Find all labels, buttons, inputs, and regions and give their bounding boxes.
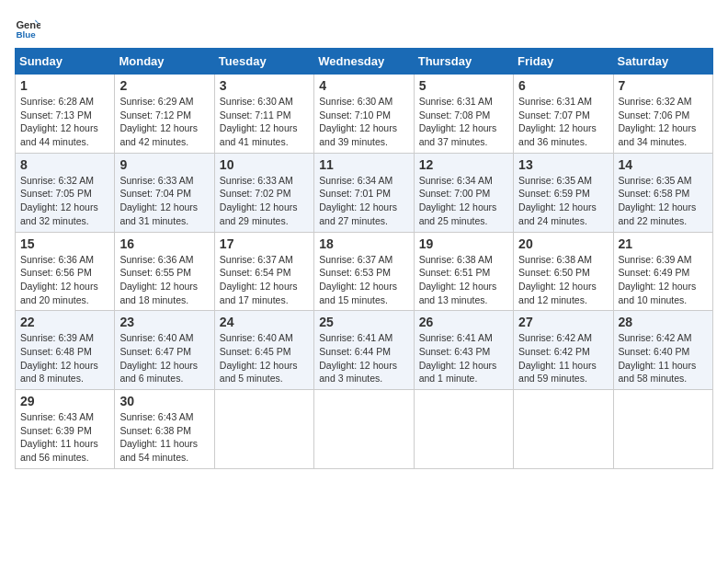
calendar-cell: 29Sunrise: 6:43 AMSunset: 6:39 PMDayligh… (16, 390, 115, 469)
calendar-cell: 11Sunrise: 6:34 AMSunset: 7:01 PMDayligh… (314, 153, 414, 232)
day-info: Sunrise: 6:39 AMSunset: 6:48 PMDaylight:… (20, 331, 109, 385)
day-number: 24 (220, 315, 309, 329)
calendar-cell (514, 390, 613, 469)
calendar-cell: 30Sunrise: 6:43 AMSunset: 6:38 PMDayligh… (115, 390, 214, 469)
day-number: 17 (220, 236, 309, 251)
day-info: Sunrise: 6:41 AMSunset: 6:44 PMDaylight:… (319, 331, 408, 385)
calendar-cell: 3Sunrise: 6:30 AMSunset: 7:11 PMDaylight… (214, 75, 313, 154)
calendar-week-3: 15Sunrise: 6:36 AMSunset: 6:56 PMDayligh… (16, 232, 713, 311)
weekday-header-wednesday: Wednesday (314, 49, 414, 75)
day-number: 19 (419, 236, 508, 251)
day-number: 11 (319, 157, 408, 172)
calendar-cell: 7Sunrise: 6:32 AMSunset: 7:06 PMDaylight… (613, 75, 712, 154)
day-number: 15 (20, 236, 109, 251)
calendar-cell: 19Sunrise: 6:38 AMSunset: 6:51 PMDayligh… (414, 232, 513, 311)
calendar-week-2: 8Sunrise: 6:32 AMSunset: 7:05 PMDaylight… (16, 153, 713, 232)
day-info: Sunrise: 6:31 AMSunset: 7:07 PMDaylight:… (518, 95, 608, 149)
calendar-cell: 23Sunrise: 6:40 AMSunset: 6:47 PMDayligh… (115, 311, 214, 390)
calendar-table: SundayMondayTuesdayWednesdayThursdayFrid… (15, 48, 713, 469)
day-info: Sunrise: 6:43 AMSunset: 6:39 PMDaylight:… (20, 410, 109, 465)
calendar-cell: 15Sunrise: 6:36 AMSunset: 6:56 PMDayligh… (16, 232, 115, 311)
day-number: 29 (20, 394, 109, 408)
calendar-cell (214, 390, 313, 469)
weekday-header-sunday: Sunday (16, 49, 115, 75)
day-info: Sunrise: 6:28 AMSunset: 7:13 PMDaylight:… (20, 95, 109, 149)
weekday-header-tuesday: Tuesday (214, 49, 313, 75)
day-number: 20 (518, 236, 608, 251)
day-info: Sunrise: 6:30 AMSunset: 7:11 PMDaylight:… (220, 95, 309, 149)
page-header: General Blue (15, 15, 713, 40)
calendar-cell: 13Sunrise: 6:35 AMSunset: 6:59 PMDayligh… (514, 153, 613, 232)
weekday-header-thursday: Thursday (414, 49, 513, 75)
weekday-header-monday: Monday (115, 49, 214, 75)
weekday-header-saturday: Saturday (613, 49, 712, 75)
day-number: 13 (518, 157, 608, 172)
day-number: 9 (119, 157, 209, 172)
calendar-cell (613, 390, 712, 469)
day-number: 8 (20, 157, 109, 172)
calendar-cell: 25Sunrise: 6:41 AMSunset: 6:44 PMDayligh… (314, 311, 414, 390)
day-number: 27 (518, 315, 608, 329)
day-number: 25 (319, 315, 408, 329)
day-info: Sunrise: 6:38 AMSunset: 6:51 PMDaylight:… (419, 253, 508, 307)
calendar-cell: 18Sunrise: 6:37 AMSunset: 6:53 PMDayligh… (314, 232, 414, 311)
logo: General Blue (15, 15, 44, 40)
logo-icon: General Blue (15, 15, 40, 40)
calendar-cell: 1Sunrise: 6:28 AMSunset: 7:13 PMDaylight… (16, 75, 115, 154)
day-info: Sunrise: 6:42 AMSunset: 6:42 PMDaylight:… (518, 331, 608, 385)
day-info: Sunrise: 6:34 AMSunset: 7:01 PMDaylight:… (319, 174, 408, 228)
calendar-cell: 14Sunrise: 6:35 AMSunset: 6:58 PMDayligh… (613, 153, 712, 232)
calendar-cell: 27Sunrise: 6:42 AMSunset: 6:42 PMDayligh… (514, 311, 613, 390)
day-number: 7 (619, 78, 708, 93)
day-info: Sunrise: 6:29 AMSunset: 7:12 PMDaylight:… (119, 95, 209, 149)
weekday-header-friday: Friday (514, 49, 613, 75)
calendar-cell: 17Sunrise: 6:37 AMSunset: 6:54 PMDayligh… (214, 232, 313, 311)
day-info: Sunrise: 6:38 AMSunset: 6:50 PMDaylight:… (518, 253, 608, 307)
day-info: Sunrise: 6:37 AMSunset: 6:54 PMDaylight:… (220, 253, 309, 307)
calendar-cell: 6Sunrise: 6:31 AMSunset: 7:07 PMDaylight… (514, 75, 613, 154)
day-info: Sunrise: 6:32 AMSunset: 7:05 PMDaylight:… (20, 174, 109, 228)
calendar-cell: 28Sunrise: 6:42 AMSunset: 6:40 PMDayligh… (613, 311, 712, 390)
calendar-cell (314, 390, 414, 469)
day-number: 28 (619, 315, 708, 329)
day-info: Sunrise: 6:32 AMSunset: 7:06 PMDaylight:… (619, 95, 708, 149)
day-number: 22 (20, 315, 109, 329)
day-info: Sunrise: 6:34 AMSunset: 7:00 PMDaylight:… (419, 174, 508, 228)
day-number: 18 (319, 236, 408, 251)
day-info: Sunrise: 6:37 AMSunset: 6:53 PMDaylight:… (319, 253, 408, 307)
day-number: 3 (220, 78, 309, 93)
calendar-week-4: 22Sunrise: 6:39 AMSunset: 6:48 PMDayligh… (16, 311, 713, 390)
calendar-cell: 21Sunrise: 6:39 AMSunset: 6:49 PMDayligh… (613, 232, 712, 311)
day-info: Sunrise: 6:41 AMSunset: 6:43 PMDaylight:… (419, 331, 508, 385)
day-number: 26 (419, 315, 508, 329)
day-number: 4 (319, 78, 408, 93)
calendar-cell: 12Sunrise: 6:34 AMSunset: 7:00 PMDayligh… (414, 153, 513, 232)
day-info: Sunrise: 6:36 AMSunset: 6:56 PMDaylight:… (20, 253, 109, 307)
calendar-week-1: 1Sunrise: 6:28 AMSunset: 7:13 PMDaylight… (16, 75, 713, 154)
day-info: Sunrise: 6:35 AMSunset: 6:58 PMDaylight:… (619, 174, 708, 228)
calendar-cell: 8Sunrise: 6:32 AMSunset: 7:05 PMDaylight… (16, 153, 115, 232)
calendar-cell: 20Sunrise: 6:38 AMSunset: 6:50 PMDayligh… (514, 232, 613, 311)
calendar-cell: 22Sunrise: 6:39 AMSunset: 6:48 PMDayligh… (16, 311, 115, 390)
day-info: Sunrise: 6:35 AMSunset: 6:59 PMDaylight:… (518, 174, 608, 228)
calendar-cell: 5Sunrise: 6:31 AMSunset: 7:08 PMDaylight… (414, 75, 513, 154)
day-info: Sunrise: 6:31 AMSunset: 7:08 PMDaylight:… (419, 95, 508, 149)
day-number: 30 (119, 394, 209, 408)
day-number: 6 (518, 78, 608, 93)
day-info: Sunrise: 6:43 AMSunset: 6:38 PMDaylight:… (119, 410, 209, 465)
day-info: Sunrise: 6:39 AMSunset: 6:49 PMDaylight:… (619, 253, 708, 307)
day-number: 14 (619, 157, 708, 172)
weekday-header-row: SundayMondayTuesdayWednesdayThursdayFrid… (16, 49, 713, 75)
day-number: 5 (419, 78, 508, 93)
calendar-cell: 24Sunrise: 6:40 AMSunset: 6:45 PMDayligh… (214, 311, 313, 390)
day-number: 12 (419, 157, 508, 172)
day-info: Sunrise: 6:33 AMSunset: 7:02 PMDaylight:… (220, 174, 309, 228)
day-info: Sunrise: 6:40 AMSunset: 6:45 PMDaylight:… (220, 331, 309, 385)
calendar-cell: 4Sunrise: 6:30 AMSunset: 7:10 PMDaylight… (314, 75, 414, 154)
day-info: Sunrise: 6:40 AMSunset: 6:47 PMDaylight:… (119, 331, 209, 385)
calendar-cell (414, 390, 513, 469)
calendar-cell: 9Sunrise: 6:33 AMSunset: 7:04 PMDaylight… (115, 153, 214, 232)
day-info: Sunrise: 6:33 AMSunset: 7:04 PMDaylight:… (119, 174, 209, 228)
calendar-cell: 2Sunrise: 6:29 AMSunset: 7:12 PMDaylight… (115, 75, 214, 154)
day-number: 10 (220, 157, 309, 172)
